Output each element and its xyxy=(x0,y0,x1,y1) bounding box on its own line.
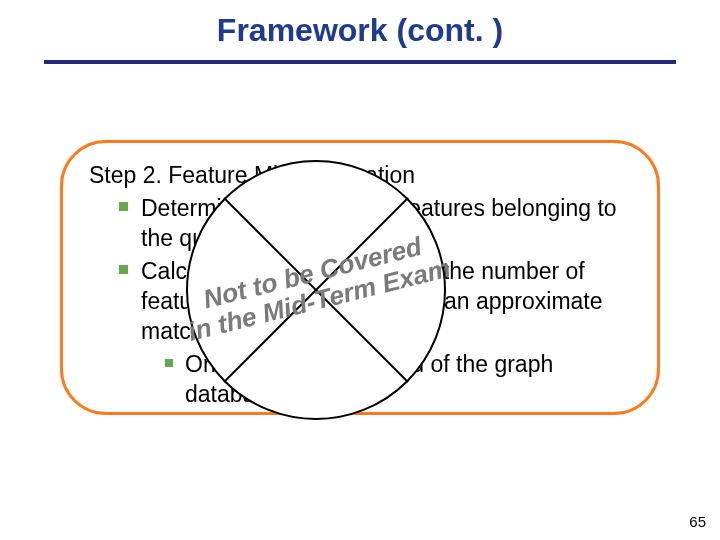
page-number: 65 xyxy=(689,513,706,530)
title-underline xyxy=(44,60,676,64)
slide-title: Framework (cont. ) xyxy=(0,12,720,49)
crossout-overlay: Not to be Covered in the Mid-Term Exam xyxy=(186,160,446,420)
slide: Framework (cont. ) Step 2. Feature Miss … xyxy=(0,0,720,540)
